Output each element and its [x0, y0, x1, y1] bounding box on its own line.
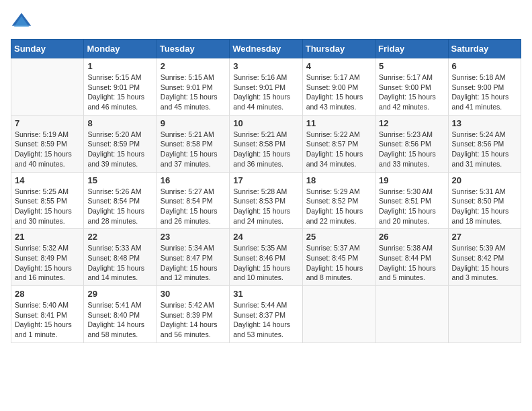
cell-info: Sunrise: 5:16 AMSunset: 9:01 PMDaylight:… [233, 73, 298, 112]
calendar-cell: 4Sunrise: 5:17 AMSunset: 9:00 PMDaylight… [302, 58, 375, 116]
calendar-cell: 30Sunrise: 5:42 AMSunset: 8:39 PMDayligh… [157, 286, 229, 343]
day-number: 17 [233, 175, 298, 185]
calendar-cell: 9Sunrise: 5:21 AMSunset: 8:58 PMDaylight… [157, 115, 229, 172]
day-number: 30 [161, 289, 226, 299]
cell-info: Sunrise: 5:29 AMSunset: 8:52 PMDaylight:… [306, 187, 371, 226]
calendar-cell: 24Sunrise: 5:35 AMSunset: 8:46 PMDayligh… [230, 229, 302, 286]
day-number: 4 [306, 61, 371, 71]
cell-info: Sunrise: 5:42 AMSunset: 8:39 PMDaylight:… [161, 300, 226, 340]
calendar-cell [375, 286, 448, 343]
calendar-week-row: 28Sunrise: 5:40 AMSunset: 8:41 PMDayligh… [11, 286, 521, 343]
calendar-cell: 25Sunrise: 5:37 AMSunset: 8:45 PMDayligh… [302, 229, 375, 286]
calendar-cell: 7Sunrise: 5:19 AMSunset: 8:59 PMDaylight… [11, 115, 84, 172]
calendar-cell [302, 286, 375, 343]
calendar-week-row: 1Sunrise: 5:15 AMSunset: 9:01 PMDaylight… [11, 58, 521, 116]
calendar-cell: 5Sunrise: 5:17 AMSunset: 9:00 PMDaylight… [375, 58, 448, 116]
cell-info: Sunrise: 5:33 AMSunset: 8:48 PMDaylight:… [87, 243, 152, 283]
day-number: 11 [306, 118, 371, 128]
logo-icon [11, 11, 32, 32]
day-header-sunday: Sunday [11, 40, 84, 58]
cell-info: Sunrise: 5:17 AMSunset: 9:00 PMDaylight:… [306, 73, 371, 112]
day-number: 13 [452, 118, 517, 128]
calendar-week-row: 14Sunrise: 5:25 AMSunset: 8:55 PMDayligh… [11, 172, 521, 229]
calendar-cell: 13Sunrise: 5:24 AMSunset: 8:56 PMDayligh… [448, 115, 521, 172]
calendar-cell: 31Sunrise: 5:44 AMSunset: 8:37 PMDayligh… [230, 286, 302, 343]
day-number: 1 [87, 61, 152, 71]
day-number: 8 [87, 118, 152, 128]
cell-info: Sunrise: 5:18 AMSunset: 9:00 PMDaylight:… [452, 73, 517, 112]
calendar-cell: 27Sunrise: 5:39 AMSunset: 8:42 PMDayligh… [448, 229, 521, 286]
calendar-cell: 28Sunrise: 5:40 AMSunset: 8:41 PMDayligh… [11, 286, 84, 343]
cell-info: Sunrise: 5:22 AMSunset: 8:57 PMDaylight:… [306, 130, 371, 169]
calendar-cell: 6Sunrise: 5:18 AMSunset: 9:00 PMDaylight… [448, 58, 521, 116]
day-header-wednesday: Wednesday [230, 40, 302, 58]
day-number: 23 [161, 232, 226, 242]
calendar-cell: 20Sunrise: 5:31 AMSunset: 8:50 PMDayligh… [448, 172, 521, 229]
calendar-cell: 3Sunrise: 5:16 AMSunset: 9:01 PMDaylight… [230, 58, 302, 116]
cell-info: Sunrise: 5:34 AMSunset: 8:47 PMDaylight:… [161, 243, 226, 283]
logo [11, 11, 34, 32]
calendar-cell: 26Sunrise: 5:38 AMSunset: 8:44 PMDayligh… [375, 229, 448, 286]
calendar-cell: 19Sunrise: 5:30 AMSunset: 8:51 PMDayligh… [375, 172, 448, 229]
cell-info: Sunrise: 5:39 AMSunset: 8:42 PMDaylight:… [452, 243, 517, 283]
calendar-cell: 16Sunrise: 5:27 AMSunset: 8:54 PMDayligh… [157, 172, 229, 229]
day-header-friday: Friday [375, 40, 448, 58]
cell-info: Sunrise: 5:20 AMSunset: 8:59 PMDaylight:… [87, 130, 152, 169]
day-number: 10 [233, 118, 298, 128]
cell-info: Sunrise: 5:28 AMSunset: 8:53 PMDaylight:… [233, 187, 298, 226]
cell-info: Sunrise: 5:40 AMSunset: 8:41 PMDaylight:… [15, 300, 80, 340]
day-number: 9 [161, 118, 226, 128]
day-number: 6 [452, 61, 517, 71]
day-header-monday: Monday [84, 40, 157, 58]
cell-info: Sunrise: 5:41 AMSunset: 8:40 PMDaylight:… [87, 300, 152, 340]
calendar-cell: 14Sunrise: 5:25 AMSunset: 8:55 PMDayligh… [11, 172, 84, 229]
cell-info: Sunrise: 5:23 AMSunset: 8:56 PMDaylight:… [379, 130, 444, 169]
cell-info: Sunrise: 5:26 AMSunset: 8:54 PMDaylight:… [87, 187, 152, 226]
cell-info: Sunrise: 5:21 AMSunset: 8:58 PMDaylight:… [161, 130, 226, 169]
cell-info: Sunrise: 5:17 AMSunset: 9:00 PMDaylight:… [379, 73, 444, 112]
calendar-cell: 12Sunrise: 5:23 AMSunset: 8:56 PMDayligh… [375, 115, 448, 172]
day-number: 21 [15, 232, 80, 242]
day-number: 24 [233, 232, 298, 242]
day-number: 15 [87, 175, 152, 185]
day-header-tuesday: Tuesday [157, 40, 229, 58]
cell-info: Sunrise: 5:35 AMSunset: 8:46 PMDaylight:… [233, 243, 298, 283]
day-number: 3 [233, 61, 298, 71]
calendar-week-row: 21Sunrise: 5:32 AMSunset: 8:49 PMDayligh… [11, 229, 521, 286]
page-header [11, 11, 521, 32]
cell-info: Sunrise: 5:25 AMSunset: 8:55 PMDaylight:… [15, 187, 80, 226]
calendar-cell: 21Sunrise: 5:32 AMSunset: 8:49 PMDayligh… [11, 229, 84, 286]
day-number: 25 [306, 232, 371, 242]
calendar-week-row: 7Sunrise: 5:19 AMSunset: 8:59 PMDaylight… [11, 115, 521, 172]
calendar-cell: 17Sunrise: 5:28 AMSunset: 8:53 PMDayligh… [230, 172, 302, 229]
calendar-cell: 15Sunrise: 5:26 AMSunset: 8:54 PMDayligh… [84, 172, 157, 229]
day-number: 18 [306, 175, 371, 185]
calendar-cell: 2Sunrise: 5:15 AMSunset: 9:01 PMDaylight… [157, 58, 229, 116]
day-number: 7 [15, 118, 80, 128]
calendar-cell: 22Sunrise: 5:33 AMSunset: 8:48 PMDayligh… [84, 229, 157, 286]
calendar-cell: 18Sunrise: 5:29 AMSunset: 8:52 PMDayligh… [302, 172, 375, 229]
calendar-cell: 10Sunrise: 5:21 AMSunset: 8:58 PMDayligh… [230, 115, 302, 172]
day-number: 12 [379, 118, 444, 128]
cell-info: Sunrise: 5:44 AMSunset: 8:37 PMDaylight:… [233, 300, 298, 340]
calendar-header-row: SundayMondayTuesdayWednesdayThursdayFrid… [11, 40, 521, 58]
day-header-thursday: Thursday [302, 40, 375, 58]
day-number: 5 [379, 61, 444, 71]
cell-info: Sunrise: 5:30 AMSunset: 8:51 PMDaylight:… [379, 187, 444, 226]
cell-info: Sunrise: 5:32 AMSunset: 8:49 PMDaylight:… [15, 243, 80, 283]
cell-info: Sunrise: 5:31 AMSunset: 8:50 PMDaylight:… [452, 187, 517, 226]
day-number: 22 [87, 232, 152, 242]
calendar-cell: 11Sunrise: 5:22 AMSunset: 8:57 PMDayligh… [302, 115, 375, 172]
day-number: 29 [87, 289, 152, 299]
day-number: 31 [233, 289, 298, 299]
day-number: 26 [379, 232, 444, 242]
cell-info: Sunrise: 5:19 AMSunset: 8:59 PMDaylight:… [15, 130, 80, 169]
day-number: 2 [161, 61, 226, 71]
day-number: 19 [379, 175, 444, 185]
day-number: 28 [15, 289, 80, 299]
calendar-cell [11, 58, 84, 116]
day-number: 20 [452, 175, 517, 185]
cell-info: Sunrise: 5:15 AMSunset: 9:01 PMDaylight:… [87, 73, 152, 112]
cell-info: Sunrise: 5:27 AMSunset: 8:54 PMDaylight:… [161, 187, 226, 226]
calendar-cell: 29Sunrise: 5:41 AMSunset: 8:40 PMDayligh… [84, 286, 157, 343]
